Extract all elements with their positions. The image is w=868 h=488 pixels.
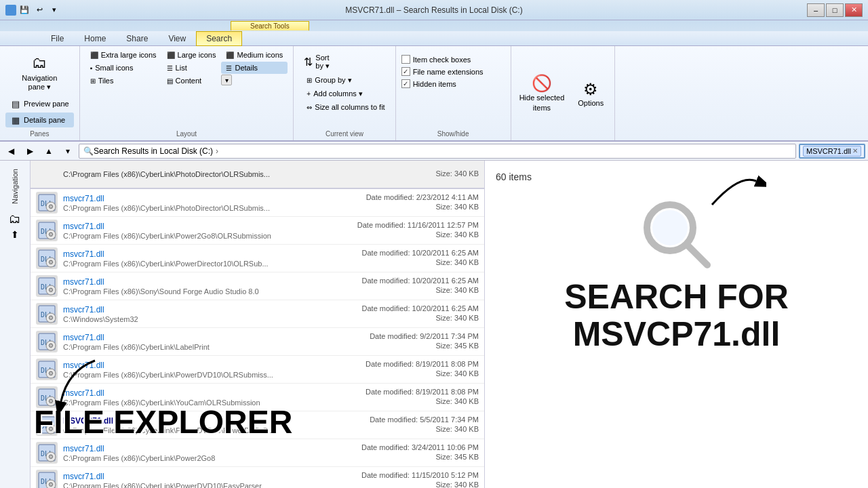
ribbon-layout-section: ⬛ Extra large icons ⬛ Large icons ⬛ Medi… xyxy=(80,46,294,140)
sort-icon: ⇅ xyxy=(304,56,313,68)
minimize-button[interactable]: – xyxy=(807,3,825,17)
file-list-item[interactable]: DLL⚙msvcr71.dllC:\Program Files (x86)\Cy… xyxy=(31,356,484,384)
svg-point-49 xyxy=(652,210,688,245)
nav-pane-icon: 🗂 xyxy=(9,212,21,226)
ribbon-tabs: File Home Share View Search xyxy=(0,31,868,46)
medium-icons-btn[interactable]: ⬛ Medium icons xyxy=(221,49,288,61)
file-item-meta: Date modified: 5/5/2011 7:34 PMSize: 340… xyxy=(370,415,479,434)
ribbon-hide-options-section: 🚫 Hide selecteditems ⚙ Options xyxy=(511,46,616,140)
file-item-meta: Date modified: 8/19/2011 8:08 PMSize: 34… xyxy=(366,388,479,407)
file-list-item[interactable]: DLL⚙msvcr71.dllC:\Program Files (x86)\Cy… xyxy=(31,245,484,272)
file-item-meta: Date modified: 11/16/2011 12:57 PMSize: … xyxy=(357,221,479,240)
quick-access-save[interactable]: 💾 xyxy=(18,3,31,17)
address-path-text: Search Results in Local Disk (C:) xyxy=(94,146,213,156)
svg-text:⚙: ⚙ xyxy=(48,231,54,238)
panes-label: Panes xyxy=(30,129,49,138)
file-item-icon: DLL⚙ xyxy=(36,247,58,269)
close-button[interactable]: ✕ xyxy=(845,3,863,17)
svg-line-50 xyxy=(687,245,707,265)
large-icons-btn[interactable]: ⬛ Large icons xyxy=(162,49,221,61)
file-item-name: msvcr71.dll xyxy=(63,361,360,370)
tab-home[interactable]: Home xyxy=(74,31,116,45)
options-button[interactable]: ⚙ Options xyxy=(572,77,609,110)
file-item-icon: DLL⚙ xyxy=(36,386,58,408)
main-content: Navigation 🗂 ⬆ ⬇ C:\Program Files (x86)\… xyxy=(0,161,868,488)
arrow-annotation xyxy=(698,167,766,210)
navigation-pane-label: Navigationpane ▾ xyxy=(22,74,57,92)
file-list-item[interactable]: DLL⚙msvcr71.dllC:\Program Files (x86)\Cy… xyxy=(31,217,484,245)
search-tag-close[interactable]: ✕ xyxy=(852,147,858,155)
hide-selected-button[interactable]: 🚫 Hide selecteditems xyxy=(517,71,568,115)
file-list-item[interactable]: DLL⚙msvcr71.dllC:\Program Files (x86)\Cy… xyxy=(31,189,484,217)
recent-locations-button[interactable]: ▾ xyxy=(60,144,76,159)
hidden-items-checkbox[interactable]: ✓ xyxy=(401,79,410,88)
file-item-name: msvcr71.dll xyxy=(63,249,357,259)
tab-file[interactable]: File xyxy=(41,31,74,45)
layout-expand-btn[interactable]: ▾ xyxy=(221,75,232,85)
layout-label: Layout xyxy=(176,129,197,138)
quick-access-undo[interactable]: ↩ xyxy=(33,3,46,17)
file-list-item[interactable]: DLL⚙msvcr71.dllC:\Program Files (x86)\Cy… xyxy=(31,384,484,411)
tab-view[interactable]: View xyxy=(158,31,196,45)
title-bar: 💾 ↩ ▾ MSVCR71.dll – Search Results in Lo… xyxy=(0,0,868,20)
tab-search[interactable]: Search xyxy=(196,31,242,46)
svg-text:⚙: ⚙ xyxy=(48,481,54,488)
content-btn[interactable]: ▤ Content xyxy=(162,75,221,87)
details-pane-button[interactable]: ▦ Details pane xyxy=(5,113,74,127)
small-icons-btn[interactable]: ▪ Small icons xyxy=(85,62,161,74)
item-check-boxes-checkbox[interactable] xyxy=(401,55,410,64)
file-list-item[interactable]: DLL⚙msvcr71.dllC:\Program Files (x86)\Cy… xyxy=(31,328,484,356)
sort-by-btn[interactable]: ⇅ Sortby ▾ xyxy=(299,52,389,73)
file-item-meta: Date modified: 2/23/2012 4:11 AMSize: 34… xyxy=(366,193,479,212)
nav-collapse-btn[interactable]: ⬆ xyxy=(11,229,19,240)
file-list-item[interactable]: DLL⚙msvcr71.dllC:\Program Files (x86)\Cy… xyxy=(31,467,484,488)
add-columns-btn[interactable]: + Add columns ▾ xyxy=(302,87,389,100)
file-item-icon: DLL⚙ xyxy=(36,331,58,352)
breadcrumb[interactable]: 🔍 xyxy=(83,146,94,156)
search-box[interactable]: MSVCR71.dll ✕ xyxy=(799,144,865,159)
file-list-item[interactable]: DLL⚙msvcr71.dllC:\Program Files (x86)\So… xyxy=(31,272,484,300)
show-hide-label: Show/hide xyxy=(437,129,469,138)
file-item-path: C:\Program Files (x86)\CyberLink\Power2G… xyxy=(63,454,356,462)
navigation-pane-button[interactable]: 🗂 Navigationpane ▾ xyxy=(16,49,63,95)
file-item-meta: Date modified: 10/20/2011 6:25 AMSize: 3… xyxy=(362,277,479,296)
search-for-label: SEARCH FOR MSVCP71.dll xyxy=(564,279,789,353)
tab-share[interactable]: Share xyxy=(116,31,158,45)
file-item-path: C:\Program Files (x86)\CyberLink\PhotoDi… xyxy=(63,204,361,212)
list-btn[interactable]: ☰ List xyxy=(162,62,221,74)
preview-panel: 60 items SEARCH FOR MSVCP71.dll xyxy=(485,161,868,488)
quick-access: 💾 ↩ ▾ xyxy=(5,3,61,17)
current-view-label: Current view xyxy=(326,129,363,138)
file-item-path: C:\Program Files (x86)\CyberLink\PowerDi… xyxy=(63,260,357,268)
up-button[interactable]: ▲ xyxy=(41,144,57,159)
svg-text:⚙: ⚙ xyxy=(48,203,54,210)
ribbon-tab-area: Search Tools File Home Share View Search xyxy=(0,20,868,46)
svg-text:⚙: ⚙ xyxy=(48,342,54,349)
address-path[interactable]: 🔍 Search Results in Local Disk (C:) › xyxy=(79,144,796,159)
size-columns-btn[interactable]: ⇔ Size all columns to fit xyxy=(302,101,389,113)
file-item-name: msvcr71.dll xyxy=(63,222,352,231)
file-item-icon: DLL⚙ xyxy=(36,303,58,325)
file-name-extensions-checkbox[interactable]: ✓ xyxy=(401,67,410,76)
svg-text:⚙: ⚙ xyxy=(48,398,54,405)
extra-large-icons-btn[interactable]: ⬛ Extra large icons xyxy=(85,49,161,61)
forward-button[interactable]: ▶ xyxy=(22,144,38,159)
quick-access-dropdown[interactable]: ▾ xyxy=(47,3,61,17)
group-by-btn[interactable]: ⊞ Group by ▾ xyxy=(302,74,389,87)
navigation-pane-label: Navigation xyxy=(8,166,22,207)
maximize-button[interactable]: □ xyxy=(826,3,844,17)
options-icon: ⚙ xyxy=(583,80,598,99)
tiles-btn[interactable]: ⊞ Tiles xyxy=(85,75,161,87)
details-btn[interactable]: ☰ Details xyxy=(221,62,288,74)
preview-pane-button[interactable]: ▤ Preview pane xyxy=(5,96,74,111)
preview-icon: ▤ xyxy=(10,98,21,109)
back-button[interactable]: ◀ xyxy=(3,144,19,159)
file-item-icon: DLL⚙ xyxy=(36,470,58,488)
file-list-item[interactable]: DLL⚙MSVCR71.dllC:\Program Files (x86)\Cy… xyxy=(31,411,484,439)
preview-item-count: 60 items xyxy=(496,171,532,182)
file-list-item[interactable]: DLL⚙msvcr71.dllC:\Windows\System32Date m… xyxy=(31,300,484,328)
file-item-name: msvcr71.dll xyxy=(63,277,357,287)
file-item-path: C:\Program Files (x86)\CyberLink\YouCam\… xyxy=(63,399,360,407)
title-bar-left: 💾 ↩ ▾ xyxy=(5,3,61,17)
file-list-item[interactable]: DLL⚙msvcr71.dllC:\Program Files (x86)\Cy… xyxy=(31,439,484,467)
